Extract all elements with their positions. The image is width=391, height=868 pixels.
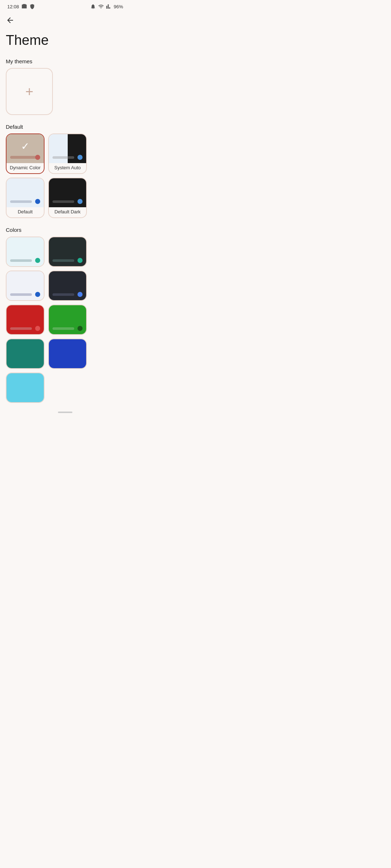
default-theme-card[interactable]: Default <box>6 178 45 218</box>
cyan-bottom-card[interactable] <box>6 373 45 403</box>
green-dot <box>77 326 83 331</box>
blue-bottom-card[interactable] <box>48 339 87 369</box>
teal-light-preview <box>7 237 44 266</box>
dynamic-color-dot <box>35 155 40 160</box>
default-themes-grid: ✓ Dynamic Color System Auto Default <box>0 133 130 224</box>
dark-blue-dot <box>77 292 83 297</box>
red-bar <box>10 327 32 330</box>
green-preview <box>49 305 86 334</box>
colors-grid <box>0 237 130 409</box>
default-dark-bar <box>52 200 74 203</box>
teal-light-card[interactable] <box>6 237 45 267</box>
default-dark-card[interactable]: Default Dark <box>48 178 87 218</box>
teal-dark-card[interactable] <box>48 237 87 267</box>
my-themes-label: My themes <box>0 55 130 68</box>
back-arrow-icon <box>6 16 14 25</box>
dark-blue-preview <box>49 271 86 300</box>
wifi-icon <box>98 4 104 9</box>
default-bar <box>10 200 32 203</box>
cyan-bottom-preview <box>7 373 44 402</box>
teal-dark-preview <box>49 237 86 266</box>
system-auto-card[interactable]: System Auto <box>48 133 87 174</box>
default-label-text: Default <box>7 207 44 217</box>
green-card[interactable] <box>48 305 87 335</box>
red-dot <box>35 326 40 331</box>
scroll-container[interactable]: Theme My themes + Default ✓ Dynamic Colo… <box>0 29 130 414</box>
green-bar <box>52 327 74 330</box>
blue-bottom-preview <box>49 339 86 368</box>
selected-checkmark: ✓ <box>21 140 29 152</box>
blue-light-card[interactable] <box>6 271 45 301</box>
battery: 96% <box>114 4 123 9</box>
add-theme-button[interactable]: + <box>6 68 53 115</box>
dynamic-color-card[interactable]: ✓ Dynamic Color <box>6 133 45 174</box>
alarm-icon <box>90 4 96 9</box>
blue-light-dot <box>35 292 40 297</box>
teal-bottom-card[interactable] <box>6 339 45 369</box>
system-auto-preview <box>49 134 86 163</box>
scroll-indicator <box>58 412 72 413</box>
time: 12:08 <box>7 4 19 9</box>
status-bar: 12:08 96% <box>0 0 130 12</box>
default-dark-dot <box>77 199 83 204</box>
page-title: Theme <box>0 29 130 55</box>
red-preview <box>7 305 44 334</box>
dynamic-color-preview: ✓ <box>7 134 44 163</box>
system-auto-dot <box>77 155 83 160</box>
teal-dark-bar <box>52 259 74 262</box>
dark-blue-card[interactable] <box>48 271 87 301</box>
dynamic-color-label: Dynamic Color <box>7 163 44 173</box>
default-label: Default <box>0 121 130 133</box>
add-icon: + <box>25 85 33 98</box>
colors-label: Colors <box>0 224 130 237</box>
system-auto-label: System Auto <box>49 163 86 173</box>
teal-light-dot <box>35 258 40 263</box>
back-button[interactable] <box>0 12 130 29</box>
teal-light-bar <box>10 259 32 262</box>
default-dark-label: Default Dark <box>49 207 86 217</box>
blue-light-bar <box>10 293 32 296</box>
default-preview <box>7 178 44 207</box>
status-left: 12:08 <box>7 4 35 9</box>
default-dark-preview <box>49 178 86 207</box>
signal-icon <box>106 4 112 9</box>
shield-icon <box>29 4 35 9</box>
system-auto-bar <box>52 156 74 159</box>
dynamic-color-bar <box>10 156 36 159</box>
default-dot <box>35 199 40 204</box>
status-right: 96% <box>90 4 123 9</box>
dark-blue-bar <box>52 293 74 296</box>
blue-light-preview <box>7 271 44 300</box>
teal-dark-dot <box>77 258 83 263</box>
camera-icon <box>21 4 27 9</box>
red-card[interactable] <box>6 305 45 335</box>
teal-bottom-preview <box>7 339 44 368</box>
